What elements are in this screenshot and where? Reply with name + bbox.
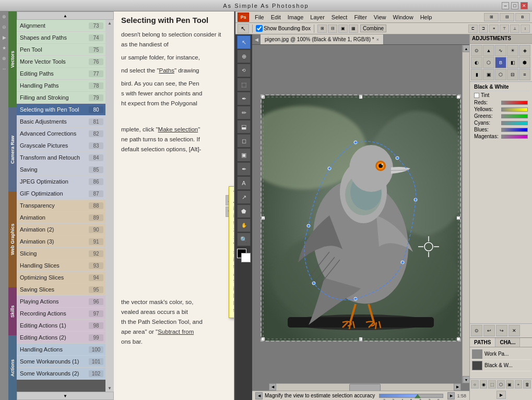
sidebar-item-some-workarounds-2[interactable]: Some Workarounds (2) 102 xyxy=(17,368,105,380)
ps-hscroll-thumb[interactable] xyxy=(349,384,381,391)
sidebar-item-animation[interactable]: Animation 89 xyxy=(17,212,105,224)
tool-gradient[interactable]: ▣ xyxy=(237,148,251,162)
arrange-2[interactable]: ⊟ xyxy=(328,25,337,33)
menu-view[interactable]: View xyxy=(371,13,389,21)
nav-icon-2[interactable]: ⊖ xyxy=(1,24,7,30)
ps-canvas-tab[interactable]: pigeon.jpg @ 100% (Black & White 1, RGB/… xyxy=(261,34,384,44)
ps-scroll-right[interactable]: ▶ xyxy=(454,383,461,391)
ps-vscroll-track[interactable] xyxy=(463,52,469,376)
tint-checkbox[interactable] xyxy=(474,93,479,98)
show-bounding-box-checkbox[interactable] xyxy=(256,25,263,32)
sidebar-item-grayscale-pictures[interactable]: Grayscale Pictures 83 xyxy=(17,140,105,152)
tool-pen[interactable]: ✒ xyxy=(237,162,251,176)
ps-scroll-down[interactable]: ▼ xyxy=(463,376,469,383)
menu-window[interactable]: Window xyxy=(390,13,417,21)
combine-button[interactable]: Combine xyxy=(360,25,386,32)
foreground-background-colors[interactable] xyxy=(237,249,251,262)
sidebar-item-saving-slices[interactable]: Saving Slices 95 xyxy=(17,284,105,296)
arrange-4[interactable]: ▦ xyxy=(349,25,358,33)
align-left[interactable]: ⊏ xyxy=(468,25,478,33)
tab-camera-raw[interactable]: Camera Raw xyxy=(8,107,17,191)
path-icon-mask[interactable]: ▣ xyxy=(506,380,514,389)
sidebar-item-alignment[interactable]: Alignment 73 xyxy=(17,20,105,32)
align-bottom[interactable]: ↕ xyxy=(521,25,530,33)
menu-file[interactable]: File xyxy=(252,13,267,21)
tab-paths[interactable]: PATHS xyxy=(470,338,495,347)
sidebar-item-handling-paths[interactable]: Handling Paths 78 xyxy=(17,80,105,92)
menu-layer[interactable]: Layer xyxy=(307,13,328,21)
tool-clone[interactable]: ⬓ xyxy=(237,120,251,134)
tool-eyedropper[interactable]: ✒ xyxy=(237,92,251,105)
sidebar-item-handling-actions[interactable]: Handling Actions 100 xyxy=(17,344,105,356)
sidebar-item-editing-actions-2[interactable]: Editing Actions (2) 99 xyxy=(17,332,105,344)
nav-icon-1[interactable]: ⊕ xyxy=(1,14,7,20)
path-icon-from-selection[interactable]: ⬡ xyxy=(497,380,505,389)
blues-bar[interactable] xyxy=(501,128,528,132)
sidebar-item-editing-paths[interactable]: Editing Paths 77 xyxy=(17,68,105,80)
sidebar-item-shapes-and-paths[interactable]: Shapes and Paths 74 xyxy=(17,32,105,44)
adj-icon-curves[interactable]: ∿ xyxy=(495,45,506,56)
path-item-bw[interactable]: Black & W... xyxy=(471,360,531,371)
adj-icon-hsl[interactable]: ◐ xyxy=(471,57,482,68)
sidebar-item-pen-tool[interactable]: Pen Tool 75 xyxy=(17,44,105,56)
adj-icon-posterize[interactable]: ≡ xyxy=(519,69,530,80)
nav-icon-5[interactable]: ⊗ xyxy=(1,55,7,62)
sidebar-item-animation-2[interactable]: Animation (2) 90 xyxy=(17,224,105,236)
ps-hscroll-track[interactable] xyxy=(276,384,454,391)
tool-selection[interactable]: ↖ xyxy=(237,35,251,49)
scroll-down-button[interactable]: ▼ xyxy=(17,392,114,400)
sidebar-item-advanced-corrections[interactable]: Advanced Corrections 82 xyxy=(17,128,105,140)
tool-path-selection[interactable]: ↗ xyxy=(237,190,251,204)
maximize-button[interactable]: □ xyxy=(511,2,518,9)
path-item-work[interactable]: Work Pa... xyxy=(471,348,531,360)
sidebar-item-more-vector-tools[interactable]: More Vector Tools 76 xyxy=(17,56,105,68)
sidebar-item-editing-actions-1[interactable]: Editing Actions (1) 98 xyxy=(17,320,105,332)
tab-vectors[interactable]: Vectors xyxy=(8,11,17,107)
nav-icon-3[interactable]: ▶ xyxy=(1,34,7,41)
adj-icon-gradient[interactable]: ▣ xyxy=(483,69,494,80)
ps-scroll-up[interactable]: ▲ xyxy=(463,45,469,52)
tab-actions[interactable]: Actions xyxy=(8,335,17,400)
path-icon-delete[interactable]: 🗑 xyxy=(523,380,531,389)
adj-bottom-icon-2[interactable]: ↩ xyxy=(483,325,495,336)
adj-icon-colorbal[interactable]: ⬡ xyxy=(483,57,494,68)
path-icon-to-selection[interactable]: ⬚ xyxy=(488,380,496,389)
scroll-down-arrow[interactable]: ▼ xyxy=(108,386,112,391)
nav-icon-6[interactable]: ↔ xyxy=(1,66,7,72)
sidebar-item-gif-optimization[interactable]: GIF Optimization 87 xyxy=(17,188,105,200)
close-button[interactable]: ✕ xyxy=(521,2,528,9)
menu-edit[interactable]: Edit xyxy=(268,13,284,21)
adj-icon-selective[interactable]: ⬡ xyxy=(495,69,506,80)
path-icon-fill[interactable]: ○ xyxy=(471,380,479,389)
adj-icon-bw[interactable]: ⊙ xyxy=(471,45,482,56)
nav-icon-4[interactable]: ★ xyxy=(1,45,7,51)
scroll-up-button[interactable]: ▲ xyxy=(17,11,114,20)
arrange-1[interactable]: ⊞ xyxy=(317,25,327,33)
menu-select[interactable]: Select xyxy=(328,13,351,21)
ps-scroll-left[interactable]: ◀ xyxy=(269,383,276,391)
paths-menu-button[interactable]: ▶ xyxy=(496,391,506,399)
ps-next-button[interactable]: ▶ xyxy=(447,392,455,399)
menu-help[interactable]: Help xyxy=(417,13,435,21)
menu-image[interactable]: Image xyxy=(285,13,307,21)
ps-vertical-scrollbar[interactable]: ▲ ▼ xyxy=(462,45,469,383)
sidebar-item-playing-actions[interactable]: Playing Actions 96 xyxy=(17,296,105,308)
adj-icon-levels[interactable]: ▲ xyxy=(483,45,494,56)
menu-filter[interactable]: Filter xyxy=(351,13,370,21)
scroll-up-arrow[interactable]: ▲ xyxy=(108,21,112,26)
ps-horizontal-scrollbar[interactable]: ◀ ▶ xyxy=(269,383,461,391)
canvas-tab-close[interactable]: × xyxy=(376,37,379,42)
tool-crop[interactable]: ⬚ xyxy=(237,78,251,91)
tool-eraser[interactable]: ◻ xyxy=(237,134,251,148)
sidebar-scrollbar[interactable]: ▲ ▼ xyxy=(105,20,114,392)
arrange-3[interactable]: ▣ xyxy=(338,25,348,33)
path-icon-new[interactable]: + xyxy=(515,380,523,389)
adj-icon-threshold[interactable]: ▮ xyxy=(471,69,482,80)
ps-canvas-scroll[interactable]: ◀ ▶ ▲ ▼ xyxy=(252,45,469,391)
align-center-h[interactable]: ⊐ xyxy=(479,25,488,33)
align-center-v[interactable]: ⊥ xyxy=(510,25,519,33)
adj-icon-photo[interactable]: ◧ xyxy=(507,57,518,68)
adj-icon-invert[interactable]: ⊟ xyxy=(507,69,518,80)
ps-extra-button[interactable]: B xyxy=(515,13,530,21)
sidebar-item-saving[interactable]: Saving 85 xyxy=(17,164,105,176)
